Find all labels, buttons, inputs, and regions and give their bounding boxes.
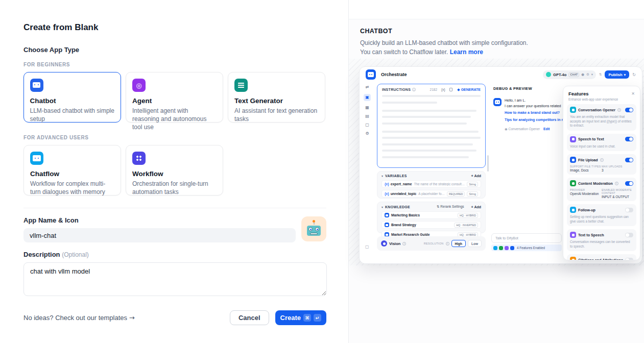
app-type-name: Agent bbox=[132, 97, 217, 105]
skeleton-line bbox=[382, 102, 437, 104]
chat-mode-badge: CHAT bbox=[568, 72, 579, 77]
enter-key-icon: ↵ bbox=[314, 314, 321, 322]
feature-card-speech-to-text: Speech to Text Voice input can be used i… bbox=[567, 134, 636, 152]
info-icon bbox=[617, 108, 621, 112]
app-type-card-chatbot[interactable]: Chatbot LLM-based chatbot with simple se… bbox=[23, 72, 121, 122]
rerank-settings-button: ⇅ Rerank Settings bbox=[437, 205, 464, 209]
create-button[interactable]: Create ⌘ ↵ bbox=[275, 310, 326, 325]
feature-mini-icon bbox=[505, 246, 509, 250]
choose-app-type-label: Choose App Type bbox=[23, 46, 326, 54]
templates-link[interactable]: No ideas? Check out our templates → bbox=[23, 314, 135, 322]
knowledge-row: Brand Strategy HQ · INVERTED bbox=[381, 221, 481, 229]
preview-pane: CHATBOT Quickly build an LLM-based chatb… bbox=[349, 0, 644, 343]
info-icon bbox=[615, 182, 618, 185]
app-type-desc: Workflow for complex multi-turn dialogue… bbox=[30, 180, 114, 196]
copy-icon bbox=[449, 88, 452, 91]
instructions-panel: INSTRUCTIONS 2182 {x} GENERATE bbox=[377, 84, 486, 168]
app-type-card-chatflow[interactable]: Chatflow Workflow for complex multi-turn… bbox=[23, 145, 121, 195]
info-icon bbox=[600, 158, 604, 162]
arrow-right-icon: → bbox=[129, 314, 135, 322]
variables-label: VARIABLES bbox=[385, 174, 407, 178]
skeleton-line bbox=[382, 137, 481, 139]
app-type-card-text-generator[interactable]: Text Generator AI assistant for text gen… bbox=[228, 72, 325, 122]
variables-panel: ▾ VARIABLES + Add {x} expert_name The na… bbox=[377, 171, 486, 199]
sparkle-icon bbox=[457, 88, 460, 91]
feature-mini-icon bbox=[493, 246, 497, 250]
preview-description: Quickly build an LLM-based chatbot with … bbox=[360, 38, 539, 57]
collapse-icon: ▢ bbox=[365, 244, 369, 249]
chevron-down-icon: ▾ bbox=[624, 72, 626, 77]
index-mode-chip: HQ · HYBRID bbox=[458, 213, 478, 218]
dataset-icon bbox=[385, 213, 389, 217]
group-beginners-label: FOR BEGINNERS bbox=[23, 62, 326, 67]
add-knowledge-button: + Add bbox=[471, 205, 481, 209]
learn-more-link[interactable]: Learn more bbox=[450, 48, 483, 56]
app-name-label: App Name & Icon bbox=[23, 216, 326, 224]
app-type-card-agent[interactable]: ◎ Agent Intelligent agent with reasoning… bbox=[126, 72, 223, 122]
sliders-icon: ⇅ bbox=[599, 72, 602, 77]
logs-nav-icon: ▤ bbox=[365, 114, 369, 118]
add-variable-button: + Add bbox=[471, 174, 481, 178]
app-name-input[interactable] bbox=[23, 228, 296, 242]
switch-icon: ⇄ bbox=[366, 85, 369, 89]
feature-card-text-to-speech: Text to Speech Conversation messages can… bbox=[567, 229, 636, 251]
chevron-down-icon: ▾ bbox=[381, 174, 383, 178]
features-title: Features bbox=[568, 91, 589, 96]
model-selector: GPT-4o CHAT ● ⚙ ▾ bbox=[543, 70, 596, 79]
knowledge-panel: ▾ KNOWLEDGE ⇅ Rerank Settings + Add Mark… bbox=[377, 202, 486, 233]
chevron-down-icon: ▾ bbox=[591, 72, 593, 77]
history-icon: ↻ bbox=[632, 72, 636, 77]
docs-nav-icon: ▢ bbox=[365, 123, 369, 127]
cancel-button[interactable]: Cancel bbox=[230, 310, 269, 325]
robot-emoji-icon bbox=[307, 226, 321, 236]
info-icon bbox=[446, 242, 449, 246]
info-icon bbox=[412, 88, 416, 91]
knowledge-row: Marketing Basics HQ · HYBRID bbox=[381, 211, 481, 219]
bot-avatar bbox=[493, 98, 502, 106]
debug-preview-panel: DEBUG & PREVIEW Hello, I am L. I can ans… bbox=[490, 82, 564, 263]
publish-button: Publish ▾ bbox=[605, 70, 629, 79]
beginner-cards-row: Chatbot LLM-based chatbot with simple se… bbox=[23, 72, 326, 122]
feature-toggle bbox=[625, 137, 633, 141]
chat-input: Talk to DifyBot bbox=[491, 233, 562, 243]
feature-card-content-moderation: Content Moderation PROVIDER OpenAI Moder… bbox=[567, 178, 636, 201]
feature-card-citations: Citations and Attributions Show source d… bbox=[567, 254, 636, 260]
settings-icon: ⚙ bbox=[586, 72, 589, 77]
chevron-down-icon: ▾ bbox=[381, 205, 383, 209]
debug-preview-label: DEBUG & PREVIEW bbox=[493, 86, 564, 91]
required-chip: REQUIRED bbox=[447, 191, 465, 197]
feature-toggle bbox=[625, 158, 633, 162]
description-textarea[interactable]: chat with vllm model bbox=[23, 262, 327, 296]
edit-link: Edit bbox=[543, 127, 550, 131]
index-mode-chip: HQ · INVERTED bbox=[454, 223, 478, 228]
app-type-desc: AI assistant for text generation tasks bbox=[234, 107, 319, 123]
cmd-key-icon: ⌘ bbox=[303, 314, 311, 322]
feature-toggle bbox=[625, 208, 633, 212]
text-to-speech-icon bbox=[570, 232, 576, 238]
app-type-name: Workflow bbox=[132, 170, 217, 178]
skeleton-line bbox=[382, 150, 476, 152]
resolution-label: RESOLUTION bbox=[424, 242, 444, 245]
app-type-desc: Intelligent agent with reasoning and aut… bbox=[132, 107, 217, 132]
image-nav-icon: ▦ bbox=[365, 106, 369, 110]
app-bot-icon bbox=[366, 69, 376, 80]
resolution-low-chip: Low bbox=[468, 240, 482, 247]
app-type-card-workflow[interactable]: Workflow Orchestration for single-turn a… bbox=[126, 145, 223, 195]
generate-button: GENERATE bbox=[458, 88, 481, 91]
app-icon-picker[interactable] bbox=[301, 216, 326, 241]
app-type-desc: Orchestration for single-turn automation… bbox=[132, 180, 217, 196]
app-type-name: Chatflow bbox=[30, 170, 114, 178]
feature-toggle bbox=[625, 108, 633, 112]
advanced-cards-row: Chatflow Workflow for complex multi-turn… bbox=[23, 145, 326, 195]
optional-hint: (Optional) bbox=[62, 251, 89, 258]
close-icon: ✕ bbox=[631, 91, 635, 96]
app-type-name: Chatbot bbox=[30, 97, 115, 105]
features-enabled-bar: 4 Features Enabled bbox=[491, 244, 562, 251]
orchestrate-nav-icon: ▣ bbox=[364, 94, 371, 101]
features-subtitle: Enhance web-app user experience bbox=[568, 97, 635, 101]
knowledge-label: KNOWLEDGE bbox=[385, 205, 410, 209]
orchestrate-title: Orchestrate bbox=[381, 72, 407, 77]
chatflow-icon bbox=[30, 152, 43, 165]
description-label: Description (Optional) bbox=[23, 251, 326, 258]
skeleton-line bbox=[382, 110, 476, 112]
